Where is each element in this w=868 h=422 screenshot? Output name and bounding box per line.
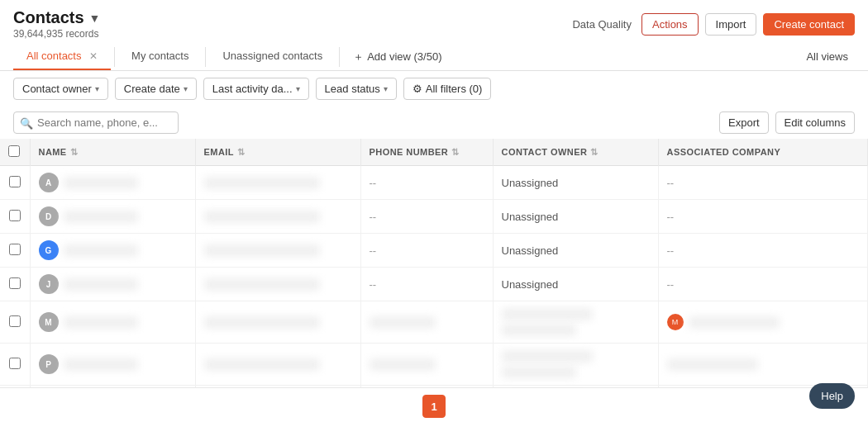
avatar: J	[39, 274, 59, 294]
chevron-down-icon: ▾	[384, 84, 388, 93]
contact-name-cell: A	[30, 166, 195, 200]
contact-name-link[interactable]	[64, 177, 138, 189]
row-checkbox[interactable]	[9, 244, 21, 255]
filter-contact-owner[interactable]: Contact owner ▾	[13, 78, 108, 100]
export-button[interactable]: Export	[719, 111, 769, 134]
table-row: A -- Unassigned --	[0, 166, 868, 200]
owner-cell: Unassigned	[493, 166, 658, 200]
top-bar: Contacts ▼ 39,644,935 records Data Quali…	[0, 0, 868, 43]
table-body: A -- Unassigned -- D	[0, 166, 868, 388]
title-area: Contacts ▼ 39,644,935 records	[13, 8, 100, 40]
tab-all-contacts[interactable]: All contacts ✕	[13, 43, 111, 70]
sort-icon-name[interactable]: ⇅	[70, 147, 78, 157]
row-checkbox-cell	[0, 268, 30, 301]
create-contact-button[interactable]: Create contact	[763, 13, 855, 36]
data-quality-label: Data Quality	[572, 18, 632, 31]
page-button-2[interactable]: 2	[422, 418, 446, 422]
contact-name-link[interactable]	[64, 244, 138, 257]
contact-name-link[interactable]	[64, 211, 138, 223]
tab-bar: All contacts ✕ My contacts Unassigned co…	[0, 43, 868, 71]
phone-cell: --	[360, 268, 493, 301]
tab-divider-3	[339, 47, 340, 67]
select-all-checkbox[interactable]	[8, 145, 20, 157]
contact-name-cell: P	[30, 344, 195, 386]
row-checkbox-cell	[0, 234, 30, 268]
table-row: G -- Unassigned --	[0, 234, 868, 268]
company-cell	[658, 344, 868, 386]
row-checkbox-cell	[0, 166, 30, 200]
table-row: D -- Unassigned --	[0, 200, 868, 234]
header-name: NAME⇅	[30, 139, 195, 166]
tab-divider-2	[205, 47, 206, 67]
email-cell	[195, 268, 360, 301]
search-icon: 🔍	[20, 116, 33, 129]
edit-columns-button[interactable]: Edit columns	[775, 111, 855, 134]
filter-last-activity[interactable]: Last activity da... ▾	[203, 78, 309, 100]
row-checkbox[interactable]	[9, 176, 21, 187]
record-count: 39,644,935 records	[13, 28, 100, 40]
chevron-down-icon: ▾	[296, 84, 300, 93]
title-caret-icon[interactable]: ▼	[89, 12, 101, 25]
sort-icon-phone[interactable]: ⇅	[451, 147, 459, 157]
sort-icon-email[interactable]: ⇅	[237, 147, 245, 157]
avatar: A	[39, 173, 59, 192]
help-button[interactable]: Help	[809, 383, 855, 409]
header-company: ASSOCIATED COMPANY	[658, 139, 868, 166]
row-checkbox-cell	[0, 301, 30, 344]
contacts-table-container: NAME⇅ EMAIL⇅ PHONE NUMBER⇅ CONTACT OWNER…	[0, 139, 868, 387]
company-cell: --	[658, 200, 868, 234]
owner-cell	[493, 301, 658, 344]
phone-cell: --	[360, 234, 493, 268]
sort-icon-owner[interactable]: ⇅	[590, 147, 598, 157]
filter-icon: ⚙	[413, 83, 422, 95]
search-actions: Export Edit columns	[719, 111, 855, 134]
close-tab-all[interactable]: ✕	[89, 50, 98, 62]
table-row: J -- Unassigned --	[0, 268, 868, 301]
chevron-down-icon: ▾	[95, 84, 99, 93]
owner-cell: Unassigned	[493, 268, 658, 301]
contact-name-link[interactable]	[64, 358, 138, 371]
email-cell	[195, 200, 360, 234]
filter-all-filters[interactable]: ⚙ All filters (0)	[403, 78, 492, 100]
avatar: D	[39, 206, 59, 226]
tab-divider-1	[114, 47, 115, 67]
phone-cell: --	[360, 200, 493, 234]
email-cell	[195, 166, 360, 200]
filter-lead-status[interactable]: Lead status ▾	[316, 78, 397, 100]
filter-create-date[interactable]: Create date ▾	[115, 78, 197, 100]
avatar: G	[39, 240, 59, 260]
contacts-title: Contacts	[13, 8, 84, 27]
owner-cell	[493, 344, 658, 386]
search-input[interactable]	[13, 111, 179, 134]
phone-cell: --	[360, 166, 493, 200]
company-cell: --	[658, 166, 868, 200]
row-checkbox[interactable]	[9, 315, 21, 327]
search-wrapper: 🔍	[13, 111, 179, 134]
add-view-button[interactable]: ＋ Add view (3/50)	[343, 45, 451, 69]
avatar: M	[39, 312, 59, 332]
owner-cell: Unassigned	[493, 200, 658, 234]
table-header-row: NAME⇅ EMAIL⇅ PHONE NUMBER⇅ CONTACT OWNER…	[0, 139, 868, 166]
filter-row: Contact owner ▾ Create date ▾ Last activ…	[0, 71, 868, 107]
row-checkbox[interactable]	[9, 277, 21, 289]
all-views-button[interactable]: All views	[799, 45, 855, 68]
tab-my-contacts[interactable]: My contacts	[118, 43, 202, 70]
contact-name-link[interactable]	[64, 278, 138, 291]
contact-name-link[interactable]	[64, 316, 138, 329]
company-cell: --	[658, 268, 868, 301]
email-cell	[195, 344, 360, 386]
page-title: Contacts ▼	[13, 8, 100, 27]
tab-unassigned-contacts[interactable]: Unassigned contacts	[209, 43, 336, 70]
row-checkbox[interactable]	[9, 358, 21, 369]
page-buttons: 1234567891011	[422, 395, 446, 422]
row-checkbox[interactable]	[9, 210, 21, 221]
import-button[interactable]: Import	[705, 13, 757, 36]
owner-cell: Unassigned	[493, 234, 658, 268]
phone-cell	[360, 301, 493, 344]
company-cell: --	[658, 234, 868, 268]
actions-button[interactable]: Actions	[641, 13, 699, 36]
email-cell	[195, 301, 360, 344]
page-button-1[interactable]: 1	[422, 395, 446, 418]
row-checkbox-cell	[0, 344, 30, 386]
avatar: P	[39, 354, 59, 374]
